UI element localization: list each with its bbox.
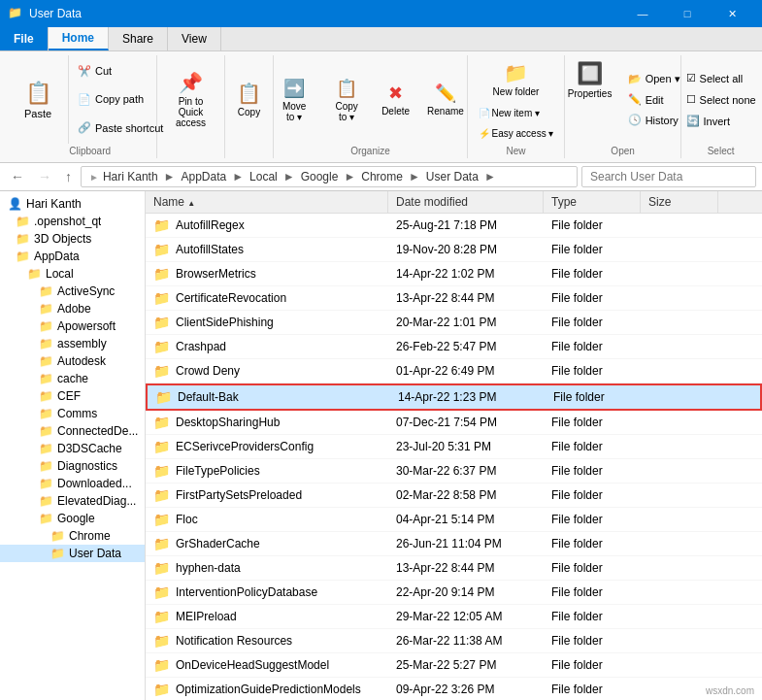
- cut-button[interactable]: ✂️ Cut: [73, 62, 168, 81]
- sidebar: 👤 Hari Kanth 📁 .openshot_qt 📁 3D Objects…: [0, 191, 146, 700]
- tab-home[interactable]: Home: [49, 27, 109, 50]
- sidebar-item-autodesk[interactable]: 📁 Autodesk: [0, 352, 145, 370]
- properties-button[interactable]: 🔲 Properties: [561, 57, 619, 142]
- folder-icon: 📁: [153, 633, 170, 649]
- col-header-date[interactable]: Date modified: [388, 191, 544, 213]
- sidebar-item-activesync[interactable]: 📁 ActiveSync: [0, 283, 145, 300]
- minimize-button[interactable]: —: [620, 0, 665, 27]
- path-segment-3[interactable]: Local: [249, 170, 278, 183]
- sidebar-item-user[interactable]: 👤 Hari Kanth: [0, 195, 145, 213]
- col-header-type[interactable]: Type: [544, 191, 641, 213]
- new-item-button[interactable]: 📄 New item ▾: [474, 105, 559, 121]
- folder-icon: 📁: [153, 415, 170, 430]
- file-row[interactable]: 📁BrowserMetrics 14-Apr-22 1:02 PM File f…: [146, 262, 762, 286]
- sidebar-item-local[interactable]: 📁 Local: [0, 265, 145, 283]
- sidebar-item-comms[interactable]: 📁 Comms: [0, 405, 145, 422]
- col-header-name[interactable]: Name ▲: [146, 191, 388, 213]
- delete-button[interactable]: ✖ Delete: [375, 79, 416, 120]
- file-row[interactable]: 📁ECSerivceProvidersConfig 23-Jul-20 5:31…: [146, 435, 762, 459]
- path-segment-6[interactable]: User Data: [426, 170, 479, 183]
- sidebar-item-cache[interactable]: 📁 cache: [0, 370, 145, 387]
- address-path[interactable]: ► Hari Kanth ► AppData ► Local ► Google …: [81, 166, 578, 187]
- sidebar-item-openshot[interactable]: 📁 .openshot_qt: [0, 213, 145, 230]
- sidebar-item-userdata[interactable]: 📁 User Data: [0, 545, 145, 562]
- tab-file[interactable]: File: [0, 27, 49, 50]
- col-header-size[interactable]: Size: [641, 191, 718, 213]
- file-row[interactable]: 📁ClientSidePhishing 20-Mar-22 1:01 PM Fi…: [146, 311, 762, 335]
- easy-access-button[interactable]: ⚡ Easy access ▾: [474, 125, 559, 142]
- copy-button[interactable]: 📋 Copy: [230, 78, 269, 121]
- folder-icon: 📁: [39, 319, 53, 333]
- folder-icon: 📁: [16, 215, 30, 228]
- sidebar-item-google[interactable]: 📁 Google: [0, 510, 145, 527]
- copy-to-icon: 📋: [336, 78, 357, 99]
- file-row[interactable]: 📁AutofillRegex 25-Aug-21 7:18 PM File fo…: [146, 214, 762, 238]
- sidebar-item-connectedde[interactable]: 📁 ConnectedDe...: [0, 422, 145, 440]
- main-content: 👤 Hari Kanth 📁 .openshot_qt 📁 3D Objects…: [0, 191, 762, 700]
- path-segment-2[interactable]: AppData: [182, 170, 227, 183]
- file-row[interactable]: 📁GrShaderCache 26-Jun-21 11:04 PM File f…: [146, 532, 762, 556]
- folder-icon: 📁: [50, 547, 65, 560]
- open-button[interactable]: 📂 Open ▾: [623, 70, 685, 88]
- move-to-button[interactable]: ➡️ Moveto ▾: [270, 74, 318, 126]
- file-row[interactable]: 📁hyphen-data 13-Apr-22 8:44 PM File fold…: [146, 556, 762, 581]
- maximize-button[interactable]: □: [665, 0, 710, 27]
- file-row[interactable]: 📁Floc 04-Apr-21 5:14 PM File folder: [146, 508, 762, 532]
- new-folder-button[interactable]: 📁 New folder: [474, 57, 559, 101]
- history-icon: 🕓: [628, 114, 642, 126]
- folder-icon: 📁: [39, 302, 53, 316]
- search-input[interactable]: [581, 166, 756, 187]
- sidebar-item-cef[interactable]: 📁 CEF: [0, 387, 145, 405]
- file-row[interactable]: 📁Notification Resources 26-Mar-22 11:38 …: [146, 629, 762, 653]
- path-segment-5[interactable]: Chrome: [361, 170, 403, 183]
- copy-to-button[interactable]: 📋 Copyto ▾: [322, 74, 371, 126]
- file-row[interactable]: 📁OnDeviceHeadSuggestModel 25-Mar-22 5:27…: [146, 653, 762, 678]
- path-segment-4[interactable]: Google: [301, 170, 339, 183]
- sidebar-item-assembly[interactable]: 📁 assembly: [0, 335, 145, 352]
- easy-access-icon: ⚡: [479, 128, 490, 139]
- close-button[interactable]: ✕: [710, 0, 754, 27]
- path-segment-1[interactable]: Hari Kanth: [103, 170, 158, 183]
- sidebar-item-elevateddiag[interactable]: 📁 ElevatedDiag...: [0, 492, 145, 510]
- file-row[interactable]: 📁OptimizationGuidePredictionModels 09-Ap…: [146, 678, 762, 700]
- invert-icon: 🔄: [686, 115, 700, 127]
- history-button[interactable]: 🕓 History: [623, 111, 685, 129]
- folder-icon: 📁: [153, 560, 170, 576]
- file-row[interactable]: 📁FileTypePolicies 30-Mar-22 6:37 PM File…: [146, 459, 762, 483]
- file-row[interactable]: 📁CertificateRevocation 13-Apr-22 8:44 PM…: [146, 286, 762, 311]
- sidebar-item-3dobjects[interactable]: 📁 3D Objects: [0, 230, 145, 248]
- file-row[interactable]: 📁InterventionPolicyDatabase 22-Apr-20 9:…: [146, 581, 762, 605]
- file-row[interactable]: 📁Crashpad 26-Feb-22 5:47 PM File folder: [146, 335, 762, 359]
- file-row[interactable]: 📁MEIPreload 29-Mar-22 12:05 AM File fold…: [146, 605, 762, 629]
- rename-button[interactable]: ✏️ Rename: [420, 79, 471, 120]
- sidebar-item-d3dscache[interactable]: 📁 D3DSCache: [0, 440, 145, 457]
- folder-icon: 📁: [153, 609, 170, 624]
- up-button[interactable]: ↑: [60, 167, 77, 186]
- file-row[interactable]: 📁DesktopSharingHub 07-Dec-21 7:54 PM Fil…: [146, 411, 762, 435]
- tab-view[interactable]: View: [168, 27, 221, 50]
- file-row[interactable]: 📁Crowd Deny 01-Apr-22 6:49 PM File folde…: [146, 359, 762, 383]
- copy-path-button[interactable]: 📄 Copy path: [73, 90, 168, 109]
- sidebar-item-chrome[interactable]: 📁 Chrome: [0, 527, 145, 545]
- select-none-button[interactable]: ☐ Select none: [681, 90, 761, 109]
- forward-button[interactable]: →: [33, 167, 56, 186]
- title-bar-title: User Data: [29, 7, 620, 20]
- edit-button[interactable]: ✏️ Edit: [623, 90, 685, 109]
- new-item-icon: 📄: [479, 108, 490, 118]
- file-row-selected[interactable]: 📁Default-Bak 14-Apr-22 1:23 PM File fold…: [146, 383, 762, 411]
- sidebar-item-adobe[interactable]: 📁 Adobe: [0, 300, 145, 317]
- pin-quick-access-button[interactable]: 📌 Pin to Quickaccess: [163, 67, 218, 132]
- paste-shortcut-icon: 🔗: [78, 121, 91, 134]
- invert-selection-button[interactable]: 🔄 Invert: [681, 112, 761, 130]
- sidebar-item-diagnostics[interactable]: 📁 Diagnostics: [0, 457, 145, 475]
- sidebar-item-downloaded[interactable]: 📁 Downloaded...: [0, 475, 145, 492]
- paste-shortcut-button[interactable]: 🔗 Paste shortcut: [73, 118, 168, 137]
- file-row[interactable]: 📁AutofillStates 19-Nov-20 8:28 PM File f…: [146, 238, 762, 262]
- tab-share[interactable]: Share: [109, 27, 168, 50]
- file-row[interactable]: 📁FirstPartySetsPreloaded 02-Mar-22 8:58 …: [146, 483, 762, 508]
- select-all-button[interactable]: ☑ Select all: [681, 69, 761, 87]
- paste-button[interactable]: 📋 Paste: [14, 76, 62, 124]
- back-button[interactable]: ←: [6, 167, 29, 186]
- sidebar-item-apowersoft[interactable]: 📁 Apowersoft: [0, 317, 145, 335]
- sidebar-item-appdata[interactable]: 📁 AppData: [0, 248, 145, 265]
